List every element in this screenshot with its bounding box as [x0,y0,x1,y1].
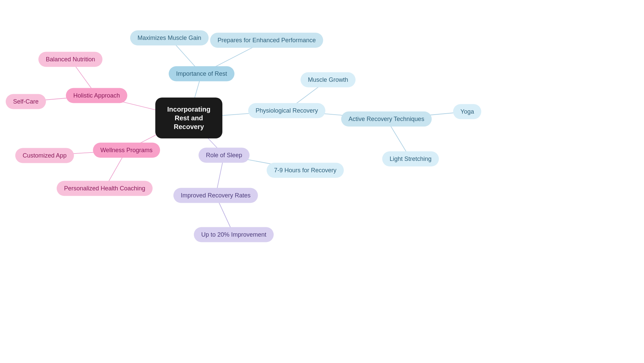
node-holistic_approach[interactable]: Holistic Approach [66,88,127,103]
node-improved_recovery[interactable]: Improved Recovery Rates [173,188,258,203]
node-customized_app[interactable]: Customized App [15,148,74,163]
node-twenty_percent[interactable]: Up to 20% Improvement [194,227,274,242]
node-center[interactable]: Incorporating Rest and Recovery [155,98,222,138]
node-balanced_nutrition[interactable]: Balanced Nutrition [38,52,102,67]
node-role_of_sleep[interactable]: Role of Sleep [199,148,250,163]
node-muscle_growth[interactable]: Muscle Growth [301,72,356,87]
node-physiological_recovery[interactable]: Physiological Recovery [248,103,325,118]
node-maximizes_muscle_gain[interactable]: Maximizes Muscle Gain [130,31,209,46]
node-wellness_programs[interactable]: Wellness Programs [93,143,160,158]
node-seven_nine_hours[interactable]: 7-9 Hours for Recovery [267,163,344,178]
node-yoga[interactable]: Yoga [453,104,481,119]
node-importance_of_rest[interactable]: Importance of Rest [169,66,234,81]
node-prepares_enhanced_performance[interactable]: Prepares for Enhanced Performance [210,33,323,48]
mindmap-container: Incorporating Rest and RecoveryImportanc… [0,0,644,363]
node-active_recovery[interactable]: Active Recovery Techniques [341,112,432,127]
node-light_stretching[interactable]: Light Stretching [382,152,439,167]
node-self_care[interactable]: Self-Care [6,94,46,109]
node-personalized_coaching[interactable]: Personalized Health Coaching [57,181,153,196]
